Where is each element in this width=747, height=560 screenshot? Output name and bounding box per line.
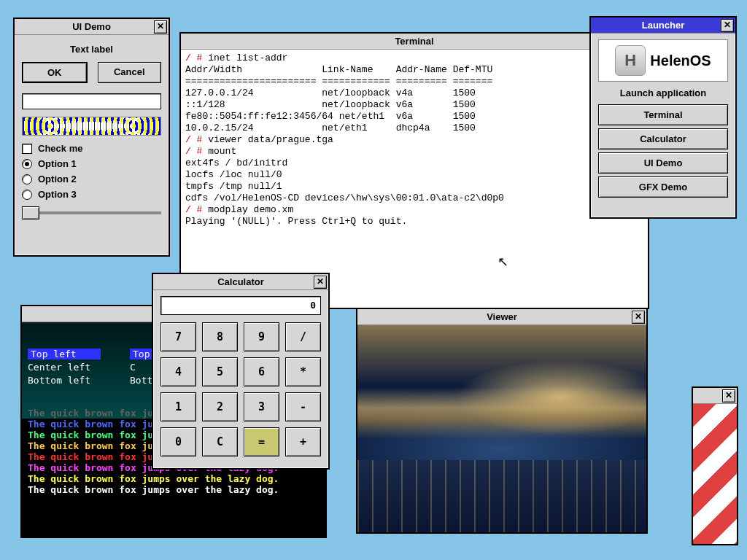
uidemo-window: UI Demo ✕ Text label OK Cancel Check me … xyxy=(13,18,170,257)
launcher-window: Launcher ✕ H HelenOS Launch application … xyxy=(589,16,737,219)
calc-key-5[interactable]: 5 xyxy=(202,357,238,386)
calc-key-*[interactable]: * xyxy=(285,357,321,386)
calc-key-0[interactable]: 0 xyxy=(160,427,196,456)
decorative-image xyxy=(22,117,161,136)
gfx-text-line: The quick brown fox jumps over the lazy … xyxy=(28,473,320,484)
radio-label: Option 1 xyxy=(38,158,77,169)
cancel-button[interactable]: Cancel xyxy=(98,62,162,83)
launch-calculator-button[interactable]: Calculator xyxy=(598,128,728,149)
close-icon[interactable]: ✕ xyxy=(632,311,645,324)
stripe-pattern xyxy=(693,404,737,544)
stripe-titlebar[interactable]: ✕ xyxy=(693,388,737,404)
gfx-pos-label: Bottom left xyxy=(28,375,101,386)
calc-key--[interactable]: - xyxy=(285,392,321,421)
radio-label: Option 3 xyxy=(38,189,77,200)
gfx-pos-label: C xyxy=(130,362,136,373)
calc-key-7[interactable]: 7 xyxy=(160,322,196,351)
slider-thumb[interactable] xyxy=(22,206,39,219)
checkbox-label: Check me xyxy=(38,143,82,154)
checkbox[interactable] xyxy=(22,144,32,154)
calc-key-=[interactable]: = xyxy=(244,427,279,456)
calc-key-1[interactable]: 1 xyxy=(160,392,196,421)
terminal-title: Terminal xyxy=(395,36,433,47)
slider[interactable] xyxy=(22,211,161,214)
launch-ui-demo-button[interactable]: UI Demo xyxy=(598,152,728,174)
calc-display: 0 xyxy=(160,296,321,315)
gfx-pos-label: Top xyxy=(130,349,152,359)
radio-option-3[interactable] xyxy=(22,190,32,200)
gfx-pos-label: Center left xyxy=(28,362,101,373)
calc-key-9[interactable]: 9 xyxy=(244,322,279,351)
text-label: Text label xyxy=(22,44,161,55)
calc-key-C[interactable]: C xyxy=(202,427,238,456)
uidemo-title: UI Demo xyxy=(72,21,111,32)
viewer-image xyxy=(357,325,646,532)
close-icon[interactable]: ✕ xyxy=(721,19,734,32)
ok-button[interactable]: OK xyxy=(22,62,88,83)
viewer-titlebar[interactable]: Viewer ✕ xyxy=(357,309,646,325)
close-icon[interactable]: ✕ xyxy=(314,276,327,289)
calculator-titlebar[interactable]: Calculator ✕ xyxy=(153,274,328,290)
calc-key-+[interactable]: + xyxy=(285,427,321,456)
radio-label: Option 2 xyxy=(38,174,77,184)
calc-key-/[interactable]: / xyxy=(285,322,321,351)
gfx-pos-label: Top left xyxy=(28,349,101,359)
viewer-title: Viewer xyxy=(487,311,517,322)
calc-key-3[interactable]: 3 xyxy=(244,392,279,421)
close-icon[interactable]: ✕ xyxy=(154,20,167,34)
calculator-title: Calculator xyxy=(217,276,264,287)
terminal-titlebar[interactable]: Terminal xyxy=(181,34,648,50)
close-icon[interactable]: ✕ xyxy=(722,389,735,402)
calc-key-8[interactable]: 8 xyxy=(202,322,238,351)
radio-option-2[interactable] xyxy=(22,174,32,184)
launch-gfx-demo-button[interactable]: GFX Demo xyxy=(598,176,728,198)
uidemo-titlebar[interactable]: UI Demo ✕ xyxy=(15,19,169,35)
calc-key-4[interactable]: 4 xyxy=(160,357,196,386)
launcher-title: Launcher xyxy=(642,20,685,31)
helenos-logo-text: HelenOS xyxy=(650,52,711,69)
calculator-window: Calculator ✕ 0 789/456*123-0C=+ xyxy=(152,273,330,470)
terminal-window: Terminal / # inet list-addr Addr/Width L… xyxy=(179,32,649,309)
calc-key-6[interactable]: 6 xyxy=(244,357,279,386)
launcher-logo: H HelenOS xyxy=(598,39,728,82)
gfx-text-line: The quick brown fox jumps over the lazy … xyxy=(28,484,320,495)
text-input[interactable] xyxy=(22,93,161,109)
stripe-window: ✕ xyxy=(692,386,738,545)
launch-terminal-button[interactable]: Terminal xyxy=(598,104,728,125)
launcher-titlebar[interactable]: Launcher ✕ xyxy=(591,18,735,34)
terminal-output: / # inet list-addr Addr/Width Link-Name … xyxy=(181,50,648,230)
radio-option-1[interactable] xyxy=(22,159,32,169)
helenos-logo-icon: H xyxy=(615,45,646,76)
launcher-subtitle: Launch application xyxy=(598,88,728,98)
calc-key-2[interactable]: 2 xyxy=(202,392,238,421)
viewer-window: Viewer ✕ xyxy=(356,308,648,534)
